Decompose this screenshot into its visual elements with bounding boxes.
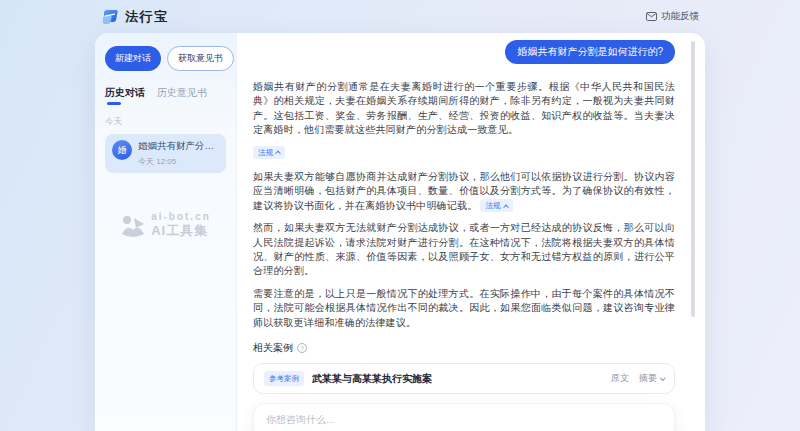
case-actions: 原文 摘要 bbox=[611, 372, 664, 385]
history-section-label: 今天 bbox=[105, 116, 226, 128]
case-card[interactable]: 参考案例 武某某与高某某执行实施案 原文 摘要 bbox=[253, 363, 675, 394]
paw-icon bbox=[120, 214, 146, 238]
law-reference-badge[interactable]: 法规 bbox=[253, 146, 285, 159]
answer-paragraph: 需要注意的是，以上只是一般情况下的处理方式。在实际操作中，由于每个案件的具体情况… bbox=[253, 287, 675, 330]
answer-paragraph: 如果夫妻双方能够自愿协商并达成财产分割协议，那么他们可以依据协议进行分割。协议内… bbox=[253, 170, 675, 213]
law-badge-label: 法规 bbox=[485, 202, 500, 210]
message-input[interactable] bbox=[266, 413, 662, 431]
sidebar-tabs: 历史对话 历史意见书 bbox=[105, 86, 226, 105]
history-list-item[interactable]: 婚 婚姻共有财产分割是如何... 今天 12:05 bbox=[105, 134, 226, 173]
feedback-button[interactable]: 功能反馈 bbox=[646, 10, 699, 23]
user-message-bubble: 婚姻共有财产分割是如何进行的? bbox=[505, 40, 675, 64]
history-item-avatar: 婚 bbox=[112, 140, 132, 160]
answer-paragraph-text: 如果夫妻双方能够自愿协商并达成财产分割协议，那么他们可以依据协议进行分割。协议内… bbox=[253, 171, 675, 211]
law-reference-badge[interactable]: 法规 bbox=[480, 199, 512, 212]
logo-icon bbox=[101, 8, 119, 26]
assistant-answer: 婚姻共有财产的分割通常是在夫妻离婚时进行的一个重要步骤。根据《中华人民共和国民法… bbox=[253, 80, 675, 338]
related-cases-header: 相关案例 ? bbox=[253, 341, 675, 355]
tab-history-chats[interactable]: 历史对话 bbox=[105, 86, 145, 105]
get-opinion-button[interactable]: 获取意见书 bbox=[167, 46, 234, 71]
answer-paragraph: 然而，如果夫妻双方无法就财产分割达成协议，或者一方对已经达成的协议反悔，那么可以… bbox=[253, 221, 675, 279]
history-item-meta: 婚姻共有财产分割是如何... 今天 12:05 bbox=[138, 140, 219, 167]
new-chat-button[interactable]: 新建对话 bbox=[105, 46, 161, 71]
history-item-time: 今天 12:05 bbox=[138, 156, 219, 167]
chat-area: 婚姻共有财产分割是如何进行的? 婚姻共有财产的分割通常是在夫妻离婚时进行的一个重… bbox=[237, 33, 705, 431]
case-badge: 参考案例 bbox=[264, 371, 304, 386]
case-summary-label: 摘要 bbox=[639, 372, 657, 385]
collapse-caret-icon bbox=[276, 151, 282, 157]
related-cases-label: 相关案例 bbox=[253, 341, 293, 355]
chat-scrollbar[interactable] bbox=[691, 41, 695, 317]
case-summary-link[interactable]: 摘要 bbox=[639, 372, 664, 385]
sidebar-actions: 新建对话 获取意见书 bbox=[105, 46, 226, 71]
composer: 0/500 bbox=[253, 403, 675, 431]
law-badge-row: 法规 bbox=[253, 146, 675, 160]
collapse-caret-icon bbox=[503, 204, 509, 210]
app-title: 法行宝 bbox=[125, 8, 169, 26]
user-message-row: 婚姻共有财产分割是如何进行的? bbox=[253, 40, 675, 64]
sidebar: 新建对话 获取意见书 历史对话 历史意见书 今天 婚 婚姻共有财产分割是如何..… bbox=[95, 33, 237, 431]
history-item-title: 婚姻共有财产分割是如何... bbox=[138, 140, 219, 153]
tab-history-opinions[interactable]: 历史意见书 bbox=[157, 86, 207, 105]
watermark-line1: ai-bot.cn bbox=[151, 211, 211, 222]
main-panel: 新建对话 获取意见书 历史对话 历史意见书 今天 婚 婚姻共有财产分割是如何..… bbox=[95, 33, 705, 431]
case-title: 武某某与高某某执行实施案 bbox=[312, 372, 432, 386]
app-shell: 法行宝 功能反馈 新建对话 获取意见书 历史对话 历史意见书 今天 bbox=[95, 0, 705, 431]
chevron-down-icon bbox=[660, 375, 666, 381]
feedback-label: 功能反馈 bbox=[661, 10, 699, 23]
watermark-text: ai-bot.cn AI工具集 bbox=[151, 211, 211, 240]
info-icon[interactable]: ? bbox=[297, 343, 307, 353]
answer-paragraph: 婚姻共有财产的分割通常是在夫妻离婚时进行的一个重要步骤。根据《中华人民共和国民法… bbox=[253, 80, 675, 138]
top-bar: 法行宝 功能反馈 bbox=[95, 0, 705, 33]
envelope-icon bbox=[646, 12, 657, 21]
watermark: ai-bot.cn AI工具集 bbox=[95, 211, 236, 240]
brand: 法行宝 bbox=[101, 8, 169, 26]
watermark-line2: AI工具集 bbox=[151, 222, 211, 240]
law-badge-label: 法规 bbox=[258, 149, 273, 157]
case-original-link[interactable]: 原文 bbox=[611, 372, 629, 385]
